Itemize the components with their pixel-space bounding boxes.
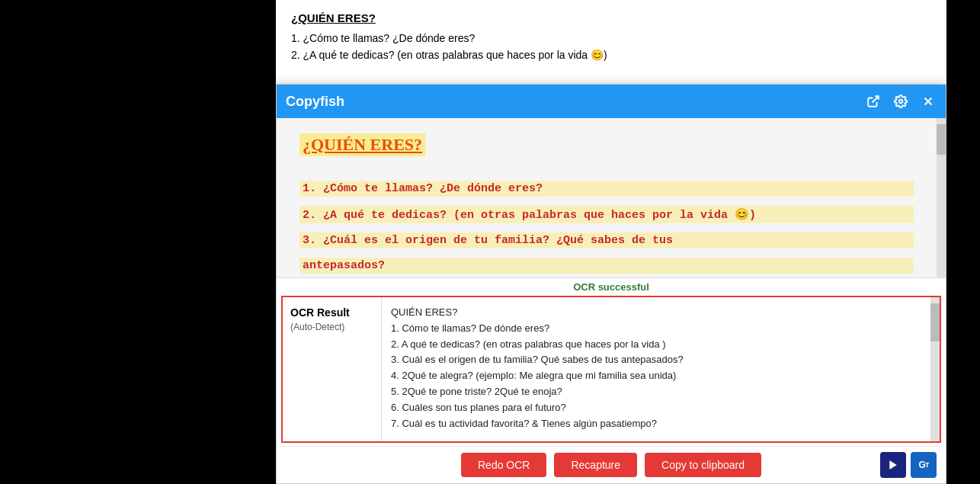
svg-point-1 xyxy=(899,100,903,104)
preview-scrollbar[interactable] xyxy=(937,118,946,277)
bottom-right-icons: GT xyxy=(880,452,937,478)
bg-doc-title: ¿QUIÉN ERES? xyxy=(291,11,931,24)
result-line-0: QUIÉN ERES? xyxy=(391,305,921,321)
result-line-4: 4. 2Qué te alegra? (ejemplo: Me alegra q… xyxy=(391,368,921,384)
ocr-result-area: OCR Result (Auto-Detect) QUIÉN ERES? 1. … xyxy=(281,296,941,443)
redo-ocr-button[interactable]: Redo OCR xyxy=(461,453,546,477)
external-link-icon[interactable] xyxy=(865,93,882,110)
preview-area: ¿QUIÉN ERES? 1. ¿Cómo te llamas? ¿De dón… xyxy=(277,118,946,278)
copy-to-clipboard-button[interactable]: Copy to clipboard xyxy=(645,453,761,477)
result-scrollbar[interactable] xyxy=(930,297,940,441)
result-text[interactable]: QUIÉN ERES? 1. Cómo te llamas? De dónde … xyxy=(382,297,930,441)
bg-doc-item-2: 2. ¿A qué te dedicas? (en otras palabras… xyxy=(291,49,931,61)
preview-content: ¿QUIÉN ERES? 1. ¿Cómo te llamas? ¿De dón… xyxy=(277,118,937,278)
result-label-sublabel: (Auto-Detect) xyxy=(290,322,373,332)
result-label-title: OCR Result xyxy=(290,306,373,319)
result-line-6: 6. Cuáles son tus planes para el futuro? xyxy=(391,400,921,416)
result-label: OCR Result (Auto-Detect) xyxy=(283,297,382,441)
arrow-icon[interactable] xyxy=(880,452,906,478)
result-line-2: 2. A qué te dedicas? (en otras palabras … xyxy=(391,337,921,353)
close-icon[interactable] xyxy=(920,93,937,110)
ocr-status: OCR successful xyxy=(277,278,946,296)
bg-doc-item-1: 1. ¿Cómo te llamas? ¿De dónde eres? xyxy=(291,32,931,44)
result-line-5: 5. 2Qué te pone triste? 2Qué te enoja? xyxy=(391,384,921,400)
ocr-preview-line-4: antepasados? xyxy=(299,258,914,274)
ocr-preview-line-1: 1. ¿Cómo te llamas? ¿De dónde eres? xyxy=(299,181,914,197)
app-title: Copyfish xyxy=(286,94,344,110)
ocr-preview-title: ¿QUIÉN ERES? xyxy=(299,133,425,156)
result-line-1: 1. Cómo te llamas? De dónde eres? xyxy=(391,321,921,337)
titlebar-icons xyxy=(865,93,937,110)
translate-icon[interactable]: GT xyxy=(911,452,937,478)
ocr-preview-line-3: 3. ¿Cuál es el origen de tu familia? ¿Qu… xyxy=(299,232,914,248)
result-line-7: 7. Cuál es tu actividad favorita? & Tien… xyxy=(391,416,921,432)
svg-line-0 xyxy=(873,96,879,102)
preview-scroll-thumb[interactable] xyxy=(937,124,946,155)
copyfish-popup: Copyfish xyxy=(276,84,946,484)
background-document: ¿QUIÉN ERES? 1. ¿Cómo te llamas? ¿De dón… xyxy=(276,0,946,84)
ocr-preview-line-2: 2. ¿A qué te dedicas? (en otras palabras… xyxy=(299,206,914,223)
result-line-3: 3. Cuál es el origen de tu familia? Qué … xyxy=(391,352,921,368)
result-scroll-thumb[interactable] xyxy=(930,303,940,341)
svg-marker-4 xyxy=(889,460,896,470)
settings-icon[interactable] xyxy=(892,93,909,110)
bottom-toolbar: Redo OCR Recapture Copy to clipboard GT xyxy=(277,446,946,483)
recapture-button[interactable]: Recapture xyxy=(554,453,637,477)
titlebar: Copyfish xyxy=(277,85,946,118)
